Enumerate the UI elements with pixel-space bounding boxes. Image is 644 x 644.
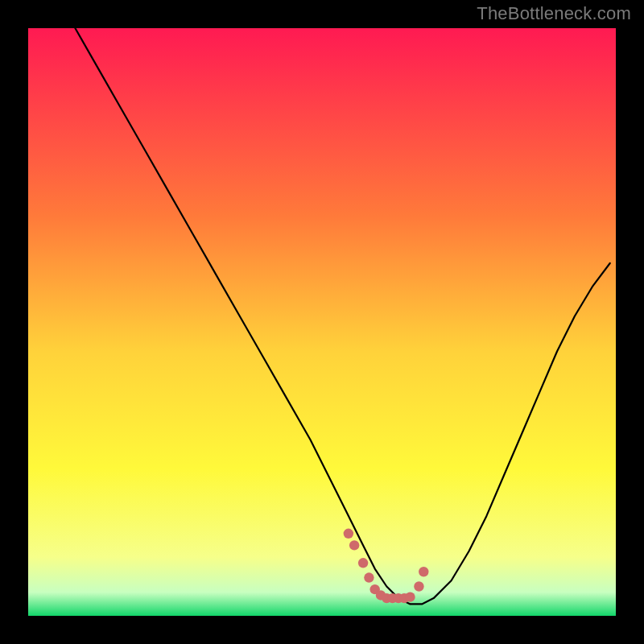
highlight-dot	[364, 572, 374, 582]
highlight-dot	[349, 540, 359, 550]
highlight-dot	[419, 567, 428, 576]
bottleneck-chart	[28, 28, 616, 616]
watermark-text: TheBottleneck.com	[477, 3, 631, 24]
highlight-dot	[344, 529, 353, 539]
highlight-dot	[414, 581, 423, 591]
highlight-dot	[405, 592, 415, 601]
gradient-fill	[28, 28, 616, 616]
chart-frame	[28, 28, 616, 616]
highlight-dot	[358, 558, 368, 568]
